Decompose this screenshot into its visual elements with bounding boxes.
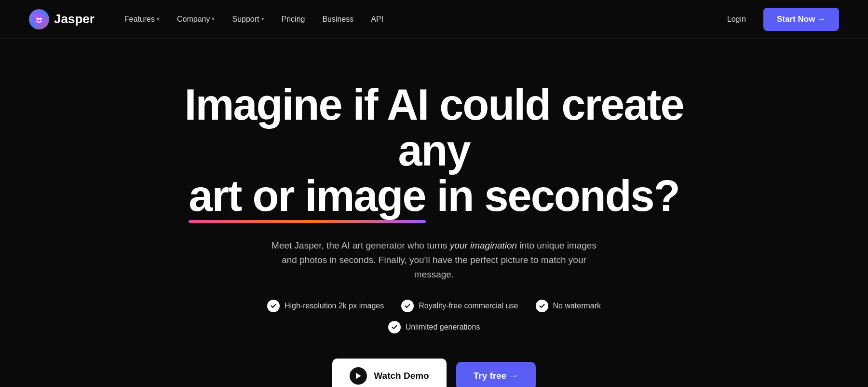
chevron-down-icon: ▾ xyxy=(212,16,215,22)
nav-links: Features ▾ Company ▾ Support ▾ Pricing B… xyxy=(118,11,719,28)
hero-title-underline: art or image xyxy=(189,173,425,219)
nav-support[interactable]: Support ▾ xyxy=(225,11,271,28)
login-button[interactable]: Login xyxy=(719,11,754,28)
svg-point-0 xyxy=(33,13,45,26)
chevron-down-icon: ▾ xyxy=(157,16,160,22)
nav-api[interactable]: API xyxy=(364,11,390,28)
logo-icon xyxy=(29,9,49,29)
check-icon xyxy=(401,300,414,312)
nav-right: Login Start Now → xyxy=(719,8,839,31)
features-row-2: Unlimited generations xyxy=(388,321,480,333)
feature-highres: High-resolution 2k px images xyxy=(267,300,384,312)
hero-subtitle: Meet Jasper, the AI art generator who tu… xyxy=(270,238,598,282)
try-free-button[interactable]: Try free → xyxy=(456,362,536,387)
feature-no-watermark: No watermark xyxy=(536,300,601,312)
nav-pricing[interactable]: Pricing xyxy=(275,11,312,28)
nav-features[interactable]: Features ▾ xyxy=(118,11,166,28)
nav-company[interactable]: Company ▾ xyxy=(170,11,221,28)
check-icon xyxy=(388,321,401,333)
chevron-down-icon: ▾ xyxy=(261,16,264,22)
svg-point-2 xyxy=(40,17,42,20)
feature-unlimited: Unlimited generations xyxy=(388,321,480,333)
logo[interactable]: Jasper xyxy=(29,9,95,29)
start-now-button[interactable]: Start Now → xyxy=(763,8,839,31)
hero-title: Imagine if AI could create any art or im… xyxy=(169,82,699,219)
watch-demo-button[interactable]: Watch Demo xyxy=(332,359,446,387)
svg-point-1 xyxy=(37,17,39,20)
cta-row: Watch Demo Try free → xyxy=(332,359,535,387)
check-icon xyxy=(267,300,280,312)
nav-business[interactable]: Business xyxy=(315,11,360,28)
features-row-1: High-resolution 2k px images Royality-fr… xyxy=(267,300,601,312)
navbar: Jasper Features ▾ Company ▾ Support ▾ Pr… xyxy=(0,0,868,39)
hero-section: Imagine if AI could create any art or im… xyxy=(0,39,868,387)
logo-text: Jasper xyxy=(54,12,95,27)
feature-royalty: Royality-free commercial use xyxy=(401,300,518,312)
play-icon xyxy=(350,367,367,385)
check-icon xyxy=(536,300,548,312)
